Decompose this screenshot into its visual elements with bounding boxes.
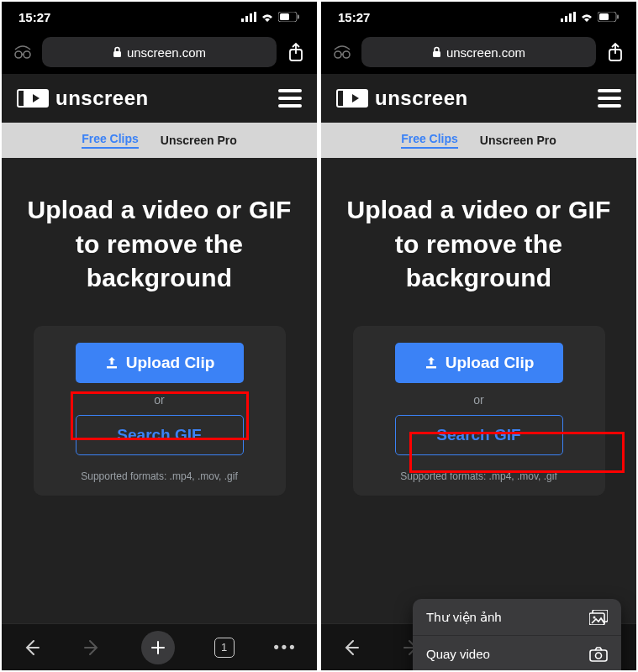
brand-name: unscreen [375,87,468,110]
signal-icon [561,12,576,22]
phone-left: 15:27 unscreen.com unscreen [2,2,317,670]
svg-rect-23 [426,366,436,369]
page-headline: Upload a video or GIF to remove the back… [18,193,300,296]
svg-rect-14 [569,13,572,22]
svg-rect-3 [254,12,256,22]
upload-clip-label: Upload Clip [446,354,535,372]
picker-record-video[interactable]: Quay video [413,636,621,670]
share-icon [287,42,304,62]
new-tab-button[interactable] [141,631,175,664]
upload-icon [424,355,439,370]
battery-icon [278,12,300,22]
forward-button [82,638,102,658]
svg-rect-15 [573,12,576,22]
status-bar: 15:27 [2,2,317,32]
picker-record-video-label: Quay video [426,647,490,661]
browser-bottom-bar: 1 ••• [2,623,317,670]
svg-point-20 [343,51,350,58]
svg-rect-9 [113,51,121,57]
upload-clip-button[interactable]: Upload Clip [76,343,244,383]
arrow-left-icon [341,638,361,658]
svg-rect-18 [617,15,619,19]
phone-right: 15:27 unscreen.com unscreen [321,2,636,670]
wifi-icon [579,12,594,22]
supported-formats: Supported formats: .mp4, .mov, .gif [81,470,238,482]
url-text: unscreen.com [446,45,525,60]
svg-rect-13 [565,16,567,22]
svg-rect-17 [599,13,609,20]
share-button[interactable] [285,42,307,62]
wifi-icon [260,12,275,22]
page-headline: Upload a video or GIF to remove the back… [338,193,620,296]
svg-point-19 [335,51,341,58]
brand-logo[interactable]: unscreen [336,87,468,110]
brand-logo[interactable]: unscreen [17,87,149,110]
upload-icon [104,355,119,370]
url-text: unscreen.com [127,45,206,60]
logo-icon [336,89,368,108]
tab-unscreen-pro[interactable]: Unscreen Pro [161,134,237,147]
status-time: 15:27 [18,10,50,24]
tabs: Free Clips Unscreen Pro [2,123,317,158]
camera-icon [589,647,608,662]
status-time: 15:27 [338,10,370,24]
svg-rect-0 [241,18,244,22]
svg-rect-12 [561,18,563,22]
site-header: unscreen [321,74,636,123]
signal-icon [241,12,256,22]
svg-rect-21 [433,51,440,57]
url-bar[interactable]: unscreen.com [42,37,277,67]
svg-rect-5 [280,13,289,20]
battery-icon [598,12,620,22]
site-header: unscreen [2,74,317,123]
tabs: Free Clips Unscreen Pro [321,123,636,158]
arrow-right-icon [82,638,102,658]
svg-point-28 [596,653,602,659]
photo-library-icon [589,610,608,625]
status-icons [241,12,300,22]
highlight-upload [71,391,249,440]
svg-point-8 [24,51,30,58]
lock-icon [432,46,441,58]
back-button[interactable] [22,638,42,658]
picker-photo-library[interactable]: Thư viện ảnh [413,599,621,636]
share-button[interactable] [604,42,626,62]
or-divider: or [473,393,483,407]
highlight-photo-library [409,432,625,473]
back-button[interactable] [341,638,361,658]
plus-icon [150,639,166,656]
svg-rect-1 [245,16,248,22]
svg-point-26 [593,616,596,618]
menu-button[interactable] [598,89,621,108]
arrow-left-icon [22,638,42,658]
share-icon [607,42,624,62]
lock-icon [113,46,122,58]
menu-button[interactable] [278,89,302,108]
svg-rect-2 [250,13,252,22]
browser-top-bar: unscreen.com [2,32,317,74]
more-button[interactable]: ••• [274,638,298,656]
status-bar: 15:27 [321,2,636,32]
svg-rect-27 [590,650,607,661]
browser-top-bar: unscreen.com [321,32,636,74]
upload-clip-label: Upload Clip [126,354,215,372]
main-content: Upload a video or GIF to remove the back… [321,158,636,623]
status-icons [561,12,620,22]
incognito-icon[interactable] [12,44,34,60]
picker-photo-library-label: Thư viện ảnh [426,610,502,625]
url-bar[interactable]: unscreen.com [361,37,596,67]
upload-clip-button[interactable]: Upload Clip [395,343,563,383]
svg-rect-11 [107,366,117,369]
svg-point-7 [15,51,22,58]
tab-unscreen-pro[interactable]: Unscreen Pro [480,134,556,147]
incognito-icon[interactable] [331,44,353,60]
svg-rect-6 [298,15,299,19]
logo-icon [17,89,49,108]
tab-free-clips[interactable]: Free Clips [82,132,139,149]
brand-name: unscreen [55,87,149,110]
tab-free-clips[interactable]: Free Clips [401,132,458,149]
tabs-button[interactable]: 1 [214,638,235,658]
file-picker-sheet: Thư viện ảnh Quay video Chọn tệp [413,599,621,670]
main-content: Upload a video or GIF to remove the back… [2,158,317,623]
